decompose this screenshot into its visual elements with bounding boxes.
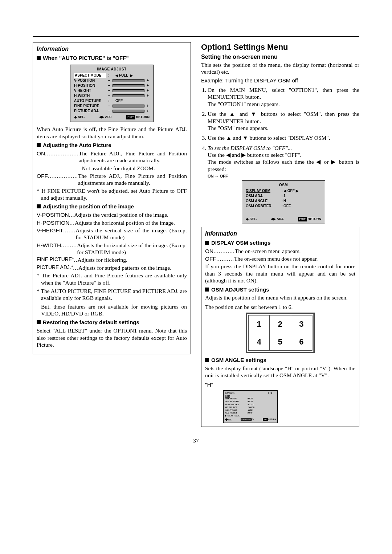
osd-row-value: FULL bbox=[112, 73, 150, 78]
step-3: Use the ▲ and ▼ buttons to select "DISPL… bbox=[208, 134, 359, 141]
osd-row-label: HD SELECT bbox=[225, 406, 247, 409]
osd-row: INPUT SKIP: OFF bbox=[225, 409, 276, 412]
menu-enter-icon: MENU/ENTER bbox=[241, 418, 252, 421]
page-top-rule bbox=[33, 36, 359, 37]
step-4-italic: To set the DISPLAY OSM to "OFF"... bbox=[208, 145, 292, 151]
section-auto-picture-off: When "AUTO PICTURE" is "OFF" bbox=[37, 55, 187, 62]
def-text: Adjusts for flickering. bbox=[77, 256, 187, 263]
osd-title: IMAGE ADJUST bbox=[74, 67, 150, 72]
osd-row-value: H bbox=[283, 199, 321, 204]
grid-cell-1: 1 bbox=[249, 315, 270, 333]
ok-indicator: MENU/ENTEROK bbox=[241, 418, 254, 421]
colon: : bbox=[281, 199, 283, 204]
osd-row-value: OFF bbox=[283, 204, 321, 209]
def-on: ON...................The Picture ADJ., F… bbox=[37, 150, 187, 164]
osd-row-value: : 1080B bbox=[247, 406, 254, 409]
osd-row: OSM ADJ.: 1 bbox=[246, 194, 321, 199]
def-on-cont: Not available for digital ZOOM. bbox=[37, 165, 187, 172]
osd-row-label: ASPECT MODE bbox=[74, 73, 106, 78]
exit-box-icon: EXIT bbox=[298, 217, 307, 221]
exit-indicator: EXITRETURN bbox=[263, 418, 276, 421]
def-text: The on-screen menu does not appear. bbox=[234, 255, 355, 262]
osm-angle-desc: Sets the display format (landscape "H" o… bbox=[205, 365, 355, 379]
section-title: Adjusting the position of the image bbox=[43, 203, 134, 209]
square-bullet-icon bbox=[37, 204, 41, 208]
step-2: Use the ▲ and ▼ buttons to select "OSM",… bbox=[208, 110, 359, 131]
section-title: Adjusting the Auto Picture bbox=[43, 142, 111, 148]
right-arrow-icon bbox=[102, 115, 104, 119]
def-text: Adjusts the horizontal size of the image… bbox=[77, 242, 187, 256]
minus-icon: − bbox=[107, 78, 111, 83]
dot-leader: ......... bbox=[61, 242, 77, 256]
sel-indicator: SEL. bbox=[225, 418, 232, 421]
def-vheight: V-HEIGHT .......Adjusts the vertical siz… bbox=[37, 227, 187, 241]
osd-row-value: : AUTO bbox=[247, 403, 254, 406]
osd-controls-row: SEL. ADJ. EXIT RETURN bbox=[74, 115, 150, 119]
term: H-POSITION bbox=[37, 219, 69, 226]
plus-icon: + bbox=[146, 94, 150, 98]
display-button-note: If you press the DISPLAY button on the r… bbox=[205, 263, 355, 284]
osd-row-label: OSM ANGLE bbox=[246, 199, 281, 204]
osd-row-value: : OFF bbox=[247, 412, 253, 415]
square-bullet-icon bbox=[37, 143, 41, 147]
osd-row: V-HEIGHT−+ bbox=[74, 88, 150, 93]
setting-osm-heading: Setting the on-screen menu bbox=[201, 53, 359, 61]
dot-leader: .......... bbox=[216, 255, 234, 262]
colon: : bbox=[281, 204, 283, 209]
def-text: Adjusts the vertical size of the image. … bbox=[75, 227, 187, 241]
section-adjust-position: Adjusting the position of the image bbox=[37, 203, 187, 210]
plus-icon: + bbox=[146, 78, 150, 83]
option1-heading: Option1 Settings Menu bbox=[201, 42, 359, 52]
osd-row-label: PICTURE ADJ. bbox=[74, 109, 106, 114]
page-number: 37 bbox=[33, 438, 359, 444]
osd-row: DISPLAY OSM: ◀ OFF ▶ bbox=[246, 189, 321, 194]
osd-osm-menu: OSM DISPLAY OSM: ◀ OFF ▶OSM ADJ.: 1OSM A… bbox=[242, 180, 325, 224]
colon: : bbox=[107, 73, 110, 78]
osd-row: H-WIDTH−+ bbox=[74, 93, 150, 98]
note-rgb-only: * The AUTO PICTURE, FINE PICTURE and PIC… bbox=[37, 288, 187, 302]
def-off: OFF.................The Picture ADJ., Fi… bbox=[37, 172, 187, 187]
def-osm-on: ON............The on-screen menu appears… bbox=[205, 248, 355, 254]
information-heading: Information bbox=[205, 230, 355, 237]
term: H-WIDTH bbox=[37, 242, 61, 256]
osd-row: OSM ORBITER: OFF bbox=[246, 204, 321, 209]
example-text: Example: Turning the DISPLAY OSM off bbox=[201, 77, 359, 84]
osd-row-label: FINE PICTURE bbox=[74, 104, 106, 109]
osd-row-label: D-SUB INPUT bbox=[225, 400, 247, 403]
plus-icon: + bbox=[146, 83, 150, 88]
position-grid: 1 2 3 4 5 6 bbox=[246, 313, 315, 353]
section-display-osm: DISPLAY OSM settings bbox=[205, 240, 355, 247]
updown-icon bbox=[246, 217, 249, 221]
osd-row: H-POSITION−+ bbox=[74, 83, 150, 88]
dot-leader: ....... bbox=[63, 227, 75, 241]
def-hposition: H-POSITION ...Adjusts the horizontal pos… bbox=[37, 219, 187, 226]
osd-row: OSM ANGLE: H bbox=[246, 199, 321, 204]
osd-row-label: RGB SELECT bbox=[225, 403, 247, 406]
dot-leader: ............ bbox=[213, 248, 235, 254]
slider-bar bbox=[113, 110, 144, 113]
osd-row-label: OSM bbox=[225, 395, 247, 398]
section-osm-angle: OSM ANGLE settings bbox=[205, 357, 355, 364]
grid-cell-6: 6 bbox=[291, 333, 312, 351]
sel-indicator: SEL. bbox=[246, 217, 257, 221]
def-text: Adjusts the horizontal position of the i… bbox=[75, 219, 187, 226]
def-osm-off: OFF..........The on-screen menu does not… bbox=[205, 255, 355, 262]
square-bullet-icon bbox=[37, 56, 41, 60]
osd-row: D-SUB INPUT: RGB bbox=[225, 400, 276, 403]
left-info-box: Information When "AUTO PICTURE" is "OFF"… bbox=[33, 42, 191, 354]
osd-row-value: 1 bbox=[283, 194, 321, 199]
term-off: OFF bbox=[205, 255, 216, 262]
manual-page: Information When "AUTO PICTURE" is "OFF"… bbox=[0, 0, 392, 459]
def-text: The on-screen menu appears. bbox=[235, 248, 355, 254]
osd-row-value: : RGB bbox=[247, 398, 253, 400]
colon: : bbox=[281, 194, 283, 199]
term-on: ON bbox=[205, 248, 213, 254]
note-fine-picture: * If FINE PICTURE won't be adjusted, set… bbox=[37, 187, 187, 201]
colon: : bbox=[107, 99, 110, 103]
osd-row: HD SELECT: 1080B bbox=[225, 406, 276, 409]
slider-bar bbox=[113, 94, 144, 97]
osd-row-label: ALL RESET bbox=[225, 412, 247, 415]
note-rgb-only-cont: But, these features are not available fo… bbox=[37, 303, 187, 317]
osd-row-value: ◀ OFF ▶ bbox=[283, 189, 321, 194]
information-heading: Information bbox=[37, 45, 187, 53]
